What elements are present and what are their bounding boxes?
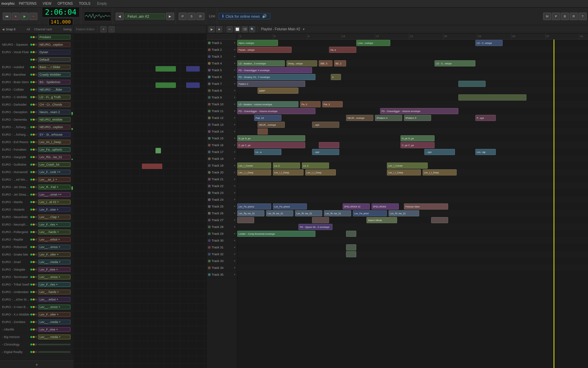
track-row[interactable]: Lev_Ry..ise_01Lev_Ri..ise_01Lev_Ri..ise_… [237,210,588,217]
piano-roll-button[interactable]: R [570,13,578,20]
playlist-block[interactable]: Lev_I_Comet [237,163,271,169]
playlist-stop-icon[interactable]: ■ [216,26,222,32]
track-label[interactable]: Track 18● [207,155,237,162]
channel-right-name[interactable]: Lev_Crash_54 [38,162,70,167]
track-label[interactable]: Track 13● [207,121,237,128]
playlist-block[interactable]: Lev_I_Comet [387,163,428,169]
track-row[interactable]: 3warm Minds [237,217,588,224]
channel-right-name[interactable]: Predator [38,35,70,40]
track-label[interactable]: Track 22● [207,183,237,189]
playlist-block[interactable]: NEUR...nvelope [346,115,373,121]
playlist-block[interactable]: Harm..nvelope [237,40,278,46]
menu-options[interactable]: OPTIONS [56,1,74,6]
track-row[interactable]: Param...velopeHa..e [237,46,588,53]
track-label[interactable]: Track 15● [207,135,237,142]
playlist-zoom-icon[interactable]: 🔍 [249,26,255,32]
playlist-block[interactable]: PD - Dreamy Ch...Y envelope [237,74,315,80]
playlist-block[interactable]: C..pe C..pe [401,142,435,148]
menu-tools[interactable]: TOOLS [78,1,92,6]
playlist-block[interactable]: 3FELURIAN [372,203,399,210]
playlist-block[interactable] [237,217,254,223]
pattern-block[interactable] [156,66,176,72]
playlist-block[interactable]: 3ARP [258,88,298,94]
track-row[interactable] [237,258,588,264]
channel-right-name[interactable]: Lev_F_oise + [38,327,70,332]
track-row[interactable] [237,183,588,189]
browser-button[interactable]: B [561,13,569,20]
channel-row[interactable]: EURO - SnarlLev__...meda + [0,258,74,266]
channel-right-name[interactable]: BS - Spidertron [38,80,70,85]
playlist-block[interactable]: Limiter - Comp threshold envelope [237,231,315,237]
track-row[interactable] [237,155,588,162]
channel-right-name[interactable]: Lev__...meda + [38,335,70,339]
add-channel-button[interactable]: + [0,361,74,368]
channel-right-name[interactable]: Dysan [38,50,70,55]
track-label[interactable]: Track 10● [207,101,237,108]
pattern-zoom-out[interactable]: - [109,26,115,32]
play-button[interactable]: ▶ [20,13,29,20]
channel-row[interactable]: EURO - ColliderNEURO - ...llider [0,86,74,93]
channel-right-name[interactable]: Lev__...smos + [38,245,70,249]
track-label[interactable]: Track 20● [207,169,237,176]
playlist-block[interactable]: 3warm Minds [366,217,397,223]
track-label[interactable]: Track 24● [207,196,237,203]
channel-right-name[interactable]: Lev_...hards + [38,230,70,234]
channel-right-name[interactable] [38,351,70,353]
channel-row[interactable]: EURO - RobomodLev__...smos + [0,243,74,251]
track-label[interactable]: Track 4● [207,60,237,67]
channel-right-name[interactable]: Lev_F...oiler + [38,252,70,257]
channel-row[interactable]: EURO - MutantsLev_F...oise + [0,206,74,213]
track-label[interactable]: Track 3● [207,53,237,60]
track-label[interactable]: Track 26● [207,210,237,217]
track-label[interactable]: Track 27● [207,217,237,224]
channel-right-name[interactable]: NEURO...ception [38,125,70,129]
channel-right-name[interactable]: Lev_I...et #2 + [38,200,70,204]
channel-row[interactable]: EURO - Evil ReeceLev_Im_t_Deep [0,138,74,146]
playlist-block[interactable]: LD - Awaken - volume envelope [237,101,298,107]
track-row[interactable] [237,94,588,101]
track-row[interactable]: PD - Dreamy Ch...Y envelope3 [237,74,588,80]
playlist-block[interactable]: Lev_I_t_Deep [305,169,336,175]
playlist-block[interactable]: 3FELURIAN #2 [343,203,370,210]
channel-row[interactable]: EURO - X-men BassLev__...smos + [0,303,74,311]
channel-row[interactable]: NEURO - SqueezeNEURO...ception [0,41,74,48]
menu-patterns[interactable]: PATTERNS [17,1,38,6]
track-row[interactable] [237,244,588,251]
track-row[interactable]: Pattern 2 [237,80,588,87]
playlist-block[interactable]: ...ope [424,149,455,155]
preset-selector[interactable]: Feluri..ain #2 [125,13,165,19]
channel-row[interactable]: EURO - DarksiderCH - Cr...Chords [0,101,74,108]
track-row[interactable] [237,53,588,60]
channel-right-name[interactable]: Neuro...ream 2 [38,110,70,114]
channel-row[interactable]: EURO - AutobotBass -...r Slider [0,63,74,71]
track-row[interactable]: PD - Gravedigger X envelope [237,67,588,74]
channel-row[interactable]: EURO - Jet Stream 2Lev__...omet ++ [0,191,74,198]
channel-row[interactable]: EURO - MantisLev_I...et #2 + [0,198,74,206]
playlist-block[interactable]: Lev_I_t_Deep [387,169,421,175]
channel-row[interactable]: - Big HorizonLev__...meda + [0,333,74,341]
channel-row[interactable]: EURO - BansheeCrawly Wobbler [0,71,74,78]
track-row[interactable]: Le...a...ope...opeLev...lap [237,149,588,155]
channel-row[interactable]: EURO - ...hcharge 1NEURO...ception [0,123,74,131]
channel-row[interactable]: EURO - DementiaNEURO_Wobble [0,116,74,123]
channel-row[interactable]: EURO - ...tcher ModLev_...erbot + [0,296,74,303]
channel-row[interactable]: - Digital Reality [0,348,74,356]
channel-row[interactable]: EURO - Snake biteLev_F...oiler + [0,251,74,258]
channel-row[interactable]: EURO - GargoyleLev_Ris...ise_01 [0,153,74,161]
playlist-block[interactable]: 3BE..5 [319,60,332,66]
track-label[interactable]: Track 30● [207,237,237,244]
track-row[interactable] [237,271,588,278]
playlist-block[interactable]: Lev_I_t_Deep [273,169,304,175]
playlist-block[interactable] [458,81,486,87]
playlist-block[interactable]: Delay...velope [287,60,317,66]
playlist-block[interactable]: ...ope [312,149,339,155]
bpm-display[interactable]: 141.000 [48,18,73,26]
pattern-block[interactable] [186,66,200,72]
channel-row[interactable]: EURO - ForsakenLev_Fa...uphoric [0,146,74,153]
rewind-button[interactable]: ⏮ [3,13,11,20]
channel-right-name[interactable]: Lev_F...runk ++ [38,170,70,174]
channel-row[interactable]: - AfterlifeLev_F_oise + [0,326,74,333]
playlist-block[interactable]: Pattern 2 [237,81,305,87]
playlist-block[interactable]: Lev_Ri..ise_01 [266,210,293,216]
playlist-block[interactable]: Ha..e [329,47,356,53]
